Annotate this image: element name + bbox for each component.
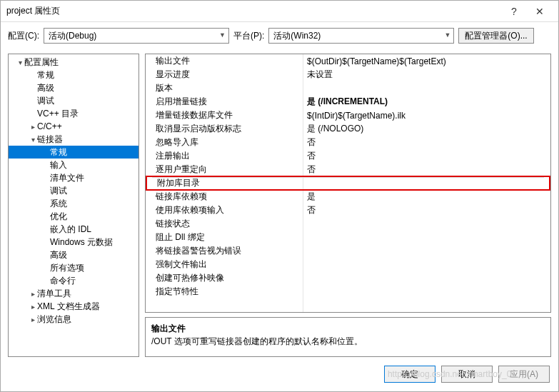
property-name: 忽略导入库	[146, 136, 303, 149]
property-row[interactable]: 显示进度未设置	[146, 68, 550, 81]
config-combobox[interactable]: 活动(Debug) ▼	[44, 28, 229, 44]
property-value[interactable]: 未设置	[303, 69, 550, 81]
tree-item[interactable]: ▾链接器	[9, 133, 139, 146]
property-row[interactable]: 取消显示启动版权标志是 (/NOLOGO)	[146, 122, 550, 136]
description-title: 输出文件	[151, 322, 545, 335]
property-row[interactable]: 附加库目录	[146, 176, 550, 191]
property-row[interactable]: 使用库依赖项输入否	[146, 203, 550, 217]
property-row[interactable]: 忽略导入库否	[146, 136, 550, 149]
tree-item-label: 命令行	[50, 275, 76, 287]
tree-item[interactable]: ▸清单工具	[9, 287, 139, 300]
tree-item[interactable]: 嵌入的 IDL	[9, 223, 139, 236]
chevron-down-icon: ▼	[219, 31, 226, 39]
tree-item-label: 所有选项	[50, 262, 84, 274]
tree-item[interactable]: VC++ 目录	[9, 107, 139, 120]
property-value[interactable]: 否	[303, 150, 550, 162]
property-row[interactable]: 注册输出否	[146, 149, 550, 163]
config-value: 活动(Debug)	[49, 30, 96, 42]
expand-icon[interactable]: ▸	[29, 123, 37, 131]
tree-item[interactable]: 高级	[9, 81, 139, 94]
tree-item-label: 清单文件	[50, 172, 84, 184]
right-panel: 输出文件$(OutDir)$(TargetName)$(TargetExt)显示…	[145, 54, 551, 357]
config-manager-button[interactable]: 配置管理器(O)...	[458, 28, 533, 44]
property-row[interactable]: 强制文件输出	[146, 258, 550, 271]
property-row[interactable]: 输出文件$(OutDir)$(TargetName)$(TargetExt)	[146, 54, 550, 68]
property-row[interactable]: 链接库依赖项是	[146, 190, 550, 203]
tree-item-label: 清单工具	[37, 288, 71, 300]
property-grid[interactable]: 输出文件$(OutDir)$(TargetName)$(TargetExt)显示…	[145, 54, 551, 313]
property-row[interactable]: 逐用户重定向否	[146, 163, 550, 176]
property-row[interactable]: 指定节特性	[146, 285, 550, 298]
tree-item[interactable]: 命令行	[9, 274, 139, 287]
property-value[interactable]: 否	[303, 204, 550, 216]
property-name: 取消显示启动版权标志	[146, 123, 303, 135]
close-icon[interactable]: ✕	[527, 6, 553, 17]
tree-item-label: 高级	[37, 82, 54, 94]
property-name: 注册输出	[146, 150, 303, 162]
tree-item[interactable]: 系统	[9, 197, 139, 210]
tree-item[interactable]: Windows 元数据	[9, 236, 139, 248]
expand-icon[interactable]: ▸	[29, 303, 37, 311]
expand-icon[interactable]: ▾	[16, 59, 24, 66]
tree-item[interactable]: 清单文件	[9, 171, 139, 184]
apply-button[interactable]: 应用(A)	[498, 366, 550, 383]
category-tree[interactable]: ▾配置属性常规高级调试VC++ 目录▸C/C++▾链接器常规输入清单文件调试系统…	[8, 54, 139, 357]
expand-icon[interactable]: ▸	[29, 290, 37, 298]
tree-item[interactable]: ▸浏览信息	[9, 313, 139, 326]
property-row[interactable]: 版本	[146, 81, 550, 95]
tree-item[interactable]: ▾配置属性	[9, 56, 139, 69]
tree-item[interactable]: 高级	[9, 248, 139, 261]
property-name: 启用增量链接	[146, 96, 303, 108]
tree-item[interactable]: 常规	[9, 69, 139, 81]
property-name: 显示进度	[146, 69, 303, 81]
tree-item-label: 优化	[50, 211, 67, 223]
tree-item-label: XML 文档生成器	[37, 301, 100, 313]
property-value[interactable]: $(IntDir)$(TargetName).ilk	[303, 111, 550, 121]
property-row[interactable]: 阻止 Dll 绑定	[146, 231, 550, 244]
tree-item[interactable]: 输入	[9, 159, 139, 171]
platform-value: 活动(Win32)	[273, 30, 321, 42]
tree-item[interactable]: ▸C/C++	[9, 120, 139, 133]
description-text: /OUT 选项可重写链接器创建的程序的默认名称和位置。	[151, 335, 545, 348]
platform-combobox[interactable]: 活动(Win32) ▼	[268, 28, 454, 44]
property-name: 输出文件	[146, 55, 303, 67]
tree-item[interactable]: 调试	[9, 184, 139, 197]
platform-label: 平台(P):	[233, 30, 264, 42]
expand-icon[interactable]: ▾	[29, 136, 37, 144]
property-value[interactable]: 否	[303, 164, 550, 176]
property-name: 附加库目录	[147, 177, 304, 189]
property-name: 阻止 Dll 绑定	[146, 231, 303, 243]
tree-item[interactable]: 优化	[9, 210, 139, 223]
property-value[interactable]: $(OutDir)$(TargetName)$(TargetExt)	[303, 56, 550, 66]
tree-item[interactable]: ▸XML 文档生成器	[9, 300, 139, 313]
tree-item[interactable]: 所有选项	[9, 261, 139, 274]
tree-item[interactable]: 常规	[9, 146, 139, 159]
tree-item-label: 输入	[50, 159, 67, 171]
cancel-button[interactable]: 取消	[441, 366, 493, 383]
tree-item-label: 高级	[50, 249, 67, 261]
tree-item-label: 嵌入的 IDL	[50, 223, 91, 236]
property-row[interactable]: 创建可热修补映像	[146, 271, 550, 285]
property-name: 逐用户重定向	[146, 164, 303, 176]
property-name: 链接状态	[146, 218, 303, 230]
property-row[interactable]: 将链接器警告视为错误	[146, 244, 550, 258]
property-row[interactable]: 增量链接数据库文件$(IntDir)$(TargetName).ilk	[146, 109, 550, 122]
property-value[interactable]: 是 (/INCREMENTAL)	[303, 96, 550, 108]
expand-icon[interactable]: ▸	[29, 316, 37, 323]
property-value[interactable]: 否	[303, 136, 550, 149]
tree-item-label: VC++ 目录	[37, 108, 79, 120]
property-name: 使用库依赖项输入	[146, 204, 303, 216]
property-row[interactable]: 启用增量链接是 (/INCREMENTAL)	[146, 95, 550, 109]
tree-item-label: 调试	[37, 95, 54, 107]
tree-item[interactable]: 调试	[9, 94, 139, 107]
property-name: 版本	[146, 82, 303, 94]
description-panel: 输出文件 /OUT 选项可重写链接器创建的程序的默认名称和位置。	[145, 317, 551, 357]
property-name: 强制文件输出	[146, 258, 303, 271]
property-value[interactable]: 是	[303, 191, 550, 203]
property-value[interactable]: 是 (/NOLOGO)	[303, 123, 550, 135]
ok-button[interactable]: 确定	[384, 366, 435, 383]
help-icon[interactable]: ?	[501, 6, 527, 17]
window-title: project 属性页	[6, 5, 501, 17]
property-row[interactable]: 链接状态	[146, 217, 550, 231]
chevron-down-icon: ▼	[444, 31, 450, 39]
